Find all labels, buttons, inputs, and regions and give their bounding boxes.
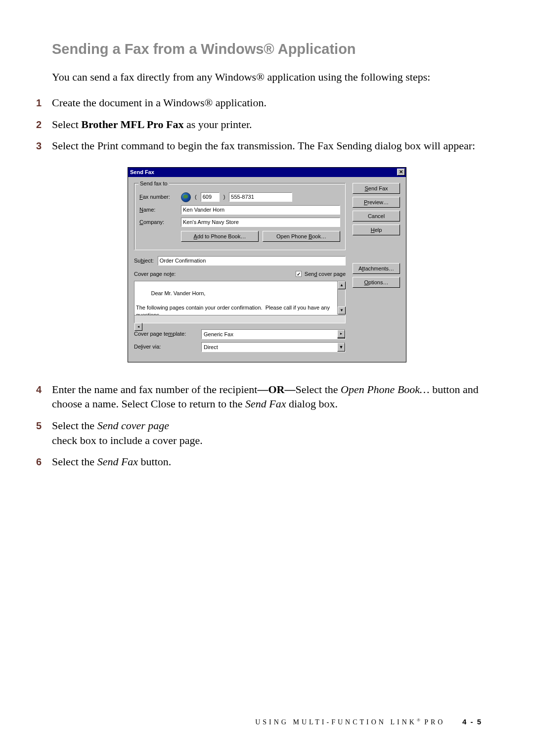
step-6-a: Select the bbox=[52, 455, 97, 468]
step-1-text: Create the document in a Windows® applic… bbox=[52, 96, 267, 109]
intro-paragraph: You can send a fax directly from any Win… bbox=[52, 70, 482, 85]
footer-suffix: PRO bbox=[420, 718, 445, 726]
deliver-via-select[interactable]: Direct ▼ bbox=[201, 342, 346, 352]
step-4-or: —OR— bbox=[257, 383, 295, 396]
step-6: 6 Select the Send Fax button. bbox=[36, 454, 482, 469]
send-fax-dialog: Send Fax ✕ Send fax to Fax number: ( 609… bbox=[128, 167, 406, 362]
area-code-input[interactable]: 609 bbox=[201, 192, 220, 202]
scrollbar-vertical[interactable]: ▲ ▼ bbox=[337, 281, 345, 314]
attachments-button[interactable]: Attachments… bbox=[353, 263, 400, 274]
cover-template-value: Generic Fax bbox=[202, 330, 337, 339]
step-number-5: 5 bbox=[36, 419, 42, 433]
step-4-b: Select the bbox=[295, 383, 341, 396]
step-4-d: dialog box. bbox=[286, 398, 338, 410]
footer-reg-icon: ® bbox=[417, 717, 420, 722]
step-2-bold: Brother MFL Pro Fax bbox=[81, 118, 183, 131]
step-4-i2: Send Fax bbox=[245, 398, 286, 410]
step-3-text: Select the Print command to begin the fa… bbox=[52, 139, 475, 152]
step-1: 1 Create the document in a Windows® appl… bbox=[36, 95, 482, 110]
fax-number-label: Fax number: bbox=[139, 193, 177, 201]
page-footer: USING MULTI-FUNCTION LINK® PRO 4 - 5 bbox=[255, 717, 482, 727]
step-5-b: check box to include a cover page. bbox=[52, 434, 203, 446]
dialog-titlebar[interactable]: Send Fax ✕ bbox=[128, 168, 406, 177]
cover-note-text: Dear Mr. Vander Horn, The following page… bbox=[136, 290, 331, 318]
step-5-a: Select the bbox=[52, 419, 97, 432]
name-label: Name: bbox=[139, 206, 177, 214]
step-number-4: 4 bbox=[36, 383, 42, 397]
step-5: 5 Select the Send cover page check box t… bbox=[36, 418, 482, 447]
scroll-left-icon[interactable]: ◂ bbox=[134, 323, 142, 331]
scroll-right-icon[interactable]: ▸ bbox=[337, 330, 345, 338]
scroll-down-icon[interactable]: ▼ bbox=[338, 307, 346, 314]
fax-number-input[interactable]: 555-8731 bbox=[229, 192, 292, 202]
help-button[interactable]: Help bbox=[353, 224, 400, 235]
step-5-i: Send cover page bbox=[97, 419, 169, 432]
company-label: Company: bbox=[139, 219, 177, 226]
step-2: 2 Select Brother MFL Pro Fax as your pri… bbox=[36, 117, 482, 132]
section-heading: Sending a Fax from a Windows® Applicatio… bbox=[52, 40, 482, 59]
cover-page-note-label: Cover page note: bbox=[134, 270, 176, 278]
dialog-screenshot: Send Fax ✕ Send fax to Fax number: ( 609… bbox=[52, 167, 482, 362]
footer-text: USING MULTI-FUNCTION LINK bbox=[255, 718, 417, 726]
company-input[interactable]: Ken's Army Navy Store bbox=[181, 218, 340, 227]
step-number-2: 2 bbox=[36, 118, 42, 132]
step-4: 4 Enter the name and fax number of the r… bbox=[36, 382, 482, 411]
paren-close: ) bbox=[223, 193, 225, 201]
subject-label: Subject: bbox=[134, 257, 154, 265]
step-number-1: 1 bbox=[36, 96, 42, 110]
step-number-6: 6 bbox=[36, 455, 42, 469]
deliver-via-value: Direct bbox=[202, 343, 337, 352]
add-to-phone-book-button[interactable]: Add to Phone Book… bbox=[181, 231, 259, 242]
cover-template-select[interactable]: Generic Fax ▼ bbox=[201, 329, 346, 339]
send-fax-to-group: Send fax to Fax number: ( 609 ) 555-8731… bbox=[134, 183, 346, 250]
chevron-down-icon-2[interactable]: ▼ bbox=[337, 343, 345, 352]
cover-page-note-textarea[interactable]: Dear Mr. Vander Horn, The following page… bbox=[134, 281, 346, 323]
preview-button[interactable]: Preview… bbox=[353, 197, 400, 208]
send-cover-page-label: Send cover page bbox=[305, 270, 346, 278]
step-4-a: Enter the name and fax number of the rec… bbox=[52, 383, 257, 396]
scrollbar-horizontal[interactable]: ◂ ▸ bbox=[134, 315, 345, 323]
dialog-title: Send Fax bbox=[130, 169, 154, 176]
step-6-b: button. bbox=[138, 455, 171, 468]
paren-open: ( bbox=[195, 193, 197, 201]
globe-icon[interactable] bbox=[181, 192, 191, 202]
options-button[interactable]: Options… bbox=[353, 277, 400, 288]
step-3: 3 Select the Print command to begin the … bbox=[36, 138, 482, 153]
step-6-i: Send Fax bbox=[97, 455, 138, 468]
cancel-button[interactable]: Cancel bbox=[353, 211, 400, 222]
send-cover-page-checkbox[interactable]: ✓ bbox=[296, 271, 302, 277]
step-4-i1: Open Phone Book… bbox=[341, 383, 430, 396]
name-input[interactable]: Ken Vander Horn bbox=[181, 205, 340, 215]
open-phone-book-button[interactable]: Open Phone Book… bbox=[263, 231, 340, 242]
close-icon[interactable]: ✕ bbox=[397, 169, 405, 176]
page-number: 4 - 5 bbox=[462, 717, 482, 726]
group-legend: Send fax to bbox=[138, 180, 169, 187]
step-number-3: 3 bbox=[36, 139, 42, 153]
subject-input[interactable]: Order Confirmation bbox=[158, 256, 346, 266]
step-2-pre: Select bbox=[52, 118, 81, 131]
step-2-post: as your printer. bbox=[183, 118, 252, 131]
send-fax-button[interactable]: Send Fax bbox=[353, 183, 400, 194]
scroll-up-icon[interactable]: ▲ bbox=[338, 281, 346, 289]
